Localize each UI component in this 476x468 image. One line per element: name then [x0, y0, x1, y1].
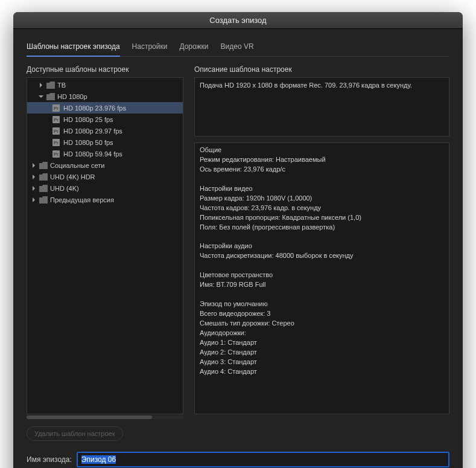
tree-preset-23976[interactable]: Pr HD 1080p 23.976 fps: [27, 102, 183, 114]
tree-label: UHD (4K) HDR: [50, 173, 95, 181]
tree-scrollbar[interactable]: [27, 415, 183, 419]
svg-text:Pr: Pr: [54, 152, 59, 157]
folder-icon: [39, 196, 48, 204]
preset-icon: Pr: [52, 139, 61, 146]
tree-folder-social[interactable]: Социальные сети: [27, 159, 183, 171]
preset-description-title: Описание шаблона настроек: [194, 65, 449, 74]
tree-preset-50[interactable]: Pr HD 1080p 50 fps: [27, 136, 183, 148]
chevron-right-icon: [31, 162, 37, 168]
sequence-name-input[interactable]: [77, 452, 449, 467]
tree-folder-uhd-hdr[interactable]: UHD (4K) HDR: [27, 171, 183, 182]
new-sequence-dialog: Создать эпизод Шаблоны настроек эпизода …: [13, 12, 463, 468]
preset-summary: Подача HD 1920 x 1080 в формате Rec. 709…: [194, 77, 449, 136]
tab-tracks[interactable]: Дорожки: [179, 39, 208, 56]
folder-icon: [46, 93, 55, 100]
preset-icon: Pr: [52, 116, 61, 123]
chevron-right-icon: [31, 197, 37, 203]
tree-label: HD 1080p 59.94 fps: [63, 150, 122, 158]
window-title: Создать эпизод: [13, 12, 463, 29]
tree-preset-2997[interactable]: Pr HD 1080p 29.97 fps: [27, 125, 183, 136]
tree-label: HD 1080p 25 fps: [63, 116, 113, 123]
tab-settings[interactable]: Настройки: [132, 39, 168, 56]
tree-label: HD 1080p: [57, 93, 87, 100]
tree-label: HD 1080p 29.97 fps: [63, 127, 122, 135]
tree-folder-uhd[interactable]: UHD (4K): [27, 182, 183, 194]
svg-text:Pr: Pr: [54, 106, 59, 111]
chevron-right-icon: [31, 185, 37, 191]
tree-folder-tv[interactable]: ТВ: [27, 79, 183, 91]
preset-icon: Pr: [52, 127, 61, 135]
tab-vr[interactable]: Видео VR: [221, 39, 254, 56]
tree-preset-5994[interactable]: Pr HD 1080p 59.94 fps: [27, 148, 183, 159]
tree-preset-25[interactable]: Pr HD 1080p 25 fps: [27, 114, 183, 125]
dialog-content: Шаблоны настроек эпизода Настройки Дорож…: [13, 29, 463, 468]
folder-icon: [39, 173, 48, 181]
tree-folder-hd1080p[interactable]: HD 1080p: [27, 91, 183, 102]
tree-label: HD 1080p 23.976 fps: [63, 104, 126, 112]
folder-icon: [39, 162, 48, 169]
tab-bar: Шаблоны настроек эпизода Настройки Дорож…: [27, 39, 449, 57]
sequence-name-label: Имя эпизода:: [27, 455, 72, 464]
available-presets-title: Доступные шаблоны настроек: [27, 65, 183, 74]
svg-text:Pr: Pr: [54, 129, 59, 134]
svg-text:Pr: Pr: [54, 140, 59, 146]
svg-text:Pr: Pr: [54, 117, 59, 123]
preset-icon: Pr: [52, 150, 61, 158]
preset-tree[interactable]: ТВ HD 1080p Pr HD 1080p 23.976 fps Pr HD…: [27, 77, 183, 414]
folder-icon: [46, 82, 55, 89]
tab-presets[interactable]: Шаблоны настроек эпизода: [27, 39, 120, 57]
tree-label: HD 1080p 50 fps: [63, 139, 113, 146]
preset-details: Общие Режим редактирования: Настраиваемы…: [194, 143, 449, 414]
chevron-down-icon: [38, 94, 44, 100]
chevron-right-icon: [38, 82, 44, 88]
delete-preset-button: Удалить шаблон настроек: [27, 426, 123, 441]
tree-label: UHD (4K): [50, 185, 79, 192]
tree-label: ТВ: [57, 82, 66, 89]
preset-icon: Pr: [52, 104, 61, 112]
tree-label: Предыдущая версия: [50, 196, 114, 204]
chevron-right-icon: [31, 174, 37, 180]
folder-icon: [39, 185, 48, 192]
tree-label: Социальные сети: [50, 162, 104, 169]
tree-folder-previous[interactable]: Предыдущая версия: [27, 194, 183, 205]
